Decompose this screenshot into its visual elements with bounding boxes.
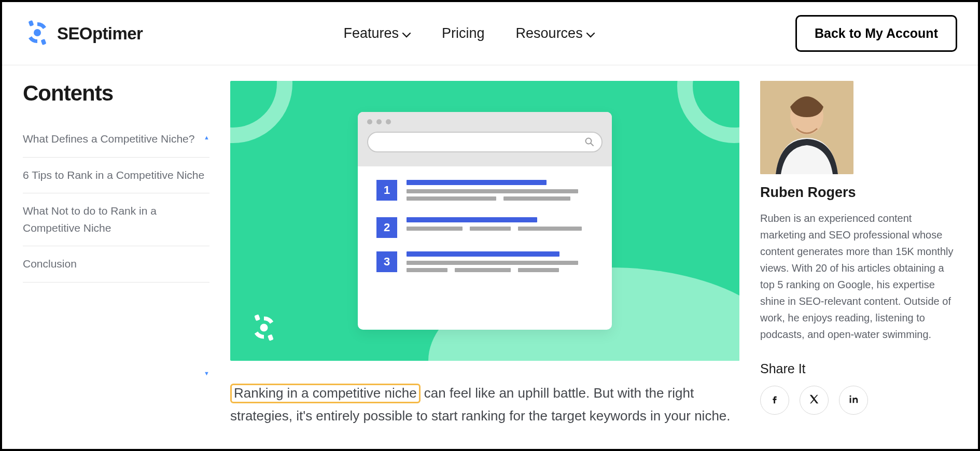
article: 1 2 3: [230, 81, 739, 448]
contents-sidebar: Contents ▲ What Defines a Competitive Ni…: [23, 81, 209, 448]
svg-rect-1: [41, 38, 47, 45]
nav-features[interactable]: Features: [343, 25, 411, 41]
nav-pricing-label: Pricing: [442, 25, 485, 41]
share-x-button[interactable]: [800, 386, 829, 415]
x-icon: [808, 393, 820, 407]
svg-point-2: [34, 29, 41, 36]
nav-resources-label: Resources: [516, 25, 583, 41]
chevron-down-icon: [586, 25, 595, 41]
author-sidebar: Ruben Rogers Ruben is an experienced con…: [760, 81, 957, 448]
scroll-up-icon[interactable]: ▲: [204, 134, 209, 140]
decorative-arc: [230, 81, 292, 143]
svg-rect-3: [254, 314, 260, 321]
hero-image: 1 2 3: [230, 81, 739, 361]
rank-badge: 3: [376, 251, 397, 272]
search-bar: [367, 132, 603, 152]
rank-badge: 1: [376, 180, 397, 201]
toc-item[interactable]: What Not to do to Rank in a Competitive …: [23, 193, 209, 246]
nav-features-label: Features: [343, 25, 399, 41]
svg-point-5: [260, 324, 268, 332]
author-bio: Ruben is an experienced content marketin…: [760, 210, 957, 343]
gear-icon: [248, 312, 279, 345]
logo-text: SEOptimer: [57, 24, 143, 44]
svg-rect-4: [268, 334, 274, 341]
avatar-illustration: [760, 81, 853, 174]
serp-illustration: 1 2 3: [358, 112, 612, 330]
rank-badge: 2: [376, 217, 397, 238]
result-row: 1: [376, 180, 593, 204]
logo-icon: [23, 18, 52, 49]
browser-chrome: [358, 112, 612, 166]
share-facebook-button[interactable]: [760, 386, 789, 415]
main-content: Contents ▲ What Defines a Competitive Ni…: [2, 65, 978, 448]
svg-line-7: [591, 144, 594, 146]
main-nav: Features Pricing Resources: [343, 25, 594, 41]
window-controls: [367, 119, 603, 124]
back-to-account-button[interactable]: Back to My Account: [795, 15, 957, 52]
site-header: SEOptimer Features Pricing Resources Bac…: [2, 2, 978, 65]
toc-item[interactable]: Conclusion: [23, 246, 209, 283]
toc-item[interactable]: What Defines a Competitive Niche?: [23, 121, 209, 158]
decorative-arc: [677, 81, 739, 143]
logo[interactable]: SEOptimer: [23, 18, 143, 49]
facebook-icon: [769, 393, 780, 407]
chevron-down-icon: [402, 25, 411, 41]
share-buttons: [760, 386, 957, 415]
search-icon: [585, 137, 594, 147]
highlighted-text: Ranking in a competitive niche: [230, 384, 421, 403]
result-row: 2: [376, 217, 593, 238]
linkedin-icon: [848, 393, 859, 407]
nav-pricing[interactable]: Pricing: [442, 25, 485, 41]
nav-resources[interactable]: Resources: [516, 25, 595, 41]
article-intro: Ranking in a competitive niche can feel …: [230, 382, 739, 427]
share-title: Share It: [760, 361, 957, 376]
search-results: 1 2 3: [358, 166, 612, 294]
result-row: 3: [376, 251, 593, 275]
author-avatar: [760, 81, 853, 174]
scroll-down-icon[interactable]: ▼: [204, 370, 209, 376]
share-linkedin-button[interactable]: [839, 386, 868, 415]
contents-title: Contents: [23, 81, 209, 106]
toc-item[interactable]: 6 Tips to Rank in a Competitive Niche: [23, 158, 209, 194]
svg-rect-0: [29, 20, 34, 26]
author-name: Ruben Rogers: [760, 185, 957, 201]
